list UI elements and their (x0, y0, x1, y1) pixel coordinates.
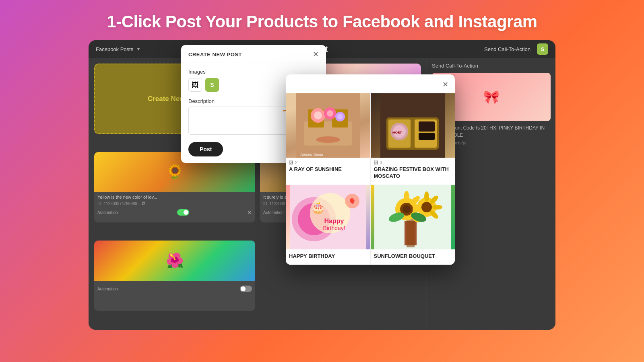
picker-item-3-name: SUNFLOWER BOUQUET (374, 253, 452, 260)
modal-overlay: CREATE NEW POST ✕ Images 🖼 S Description… (89, 40, 555, 330)
svg-text:🎂: 🎂 (311, 201, 325, 214)
svg-point-8 (327, 110, 333, 117)
picker-item-0-count: 🖼 2 (289, 160, 367, 165)
modal-close-button[interactable]: ✕ (313, 51, 319, 58)
svg-rect-20 (419, 133, 435, 140)
modal-header: CREATE NEW POST ✕ (181, 45, 326, 62)
svg-point-42 (421, 202, 432, 212)
svg-point-37 (404, 191, 409, 203)
picker-item-0[interactable]: Тапана Тапан 🖼 2 A RAY OF SUNSHINE (286, 93, 370, 185)
svg-point-11 (316, 136, 340, 143)
svg-text:Happy: Happy (324, 218, 344, 224)
picker-header: ✕ (286, 74, 455, 93)
picker-item-2-name: HAPPY BIRTHDAY (289, 253, 367, 260)
svg-rect-33 (407, 219, 415, 247)
picker-item-3-image (371, 185, 455, 249)
image-upload-icon[interactable]: 🖼 (188, 78, 202, 92)
svg-point-6 (314, 111, 322, 119)
app-window: Facebook Posts ▾ 🔔 Start Send Call-To-Ac… (89, 40, 555, 330)
picker-item-1-count: 🖼 3 (374, 160, 452, 165)
svg-text:Тапана Тапан: Тапана Тапан (300, 152, 323, 156)
images-label: Images (188, 69, 319, 75)
svg-rect-19 (419, 121, 435, 132)
picker-item-1[interactable]: MOËT 🖼 3 GRAZING FESTIVE BOX WITH MOSCAT… (371, 93, 455, 185)
picker-item-0-footer: 🖼 2 A RAY OF SUNSHINE (286, 158, 370, 174)
picker-item-1-image: MOËT (371, 93, 455, 158)
picker-item-0-name: A RAY OF SUNSHINE (289, 166, 367, 173)
svg-text:Birthday!: Birthday! (323, 225, 345, 231)
svg-point-45 (432, 205, 442, 210)
product-picker-modal: ✕ (286, 74, 455, 265)
picker-item-0-image: Тапана Тапан (286, 93, 370, 158)
picker-item-3[interactable]: SUNFLOWER BOUQUET (371, 185, 455, 265)
picker-item-3-footer: SUNFLOWER BOUQUET (371, 249, 455, 261)
svg-point-43 (424, 191, 429, 202)
picker-item-1-name: GRAZING FESTIVE BOX WITH MOSCATO (374, 166, 452, 180)
svg-point-36 (402, 205, 411, 213)
modal-title: CREATE NEW POST (188, 51, 242, 58)
picker-item-2-footer: HAPPY BIRTHDAY (286, 249, 370, 261)
picker-item-2[interactable]: 🎂 Happy Birthday! 🎈 HAPPY BIRTHDAY (286, 185, 370, 265)
shopify-product-icon[interactable]: S (205, 78, 219, 92)
post-button[interactable]: Post (188, 142, 223, 156)
product-picker-grid: Тапана Тапан 🖼 2 A RAY OF SUNSHINE (286, 93, 455, 265)
picker-item-2-image: 🎂 Happy Birthday! 🎈 (286, 185, 370, 249)
svg-text:🎈: 🎈 (348, 198, 356, 206)
picker-close-button[interactable]: ✕ (442, 80, 448, 89)
svg-point-10 (337, 114, 343, 119)
hero-title: 1-Click Post Your Products to Facebook a… (107, 12, 537, 31)
picker-item-1-footer: 🖼 3 GRAZING FESTIVE BOX WITH MOSCATO (371, 158, 455, 181)
svg-text:MOËT: MOËT (392, 131, 402, 134)
